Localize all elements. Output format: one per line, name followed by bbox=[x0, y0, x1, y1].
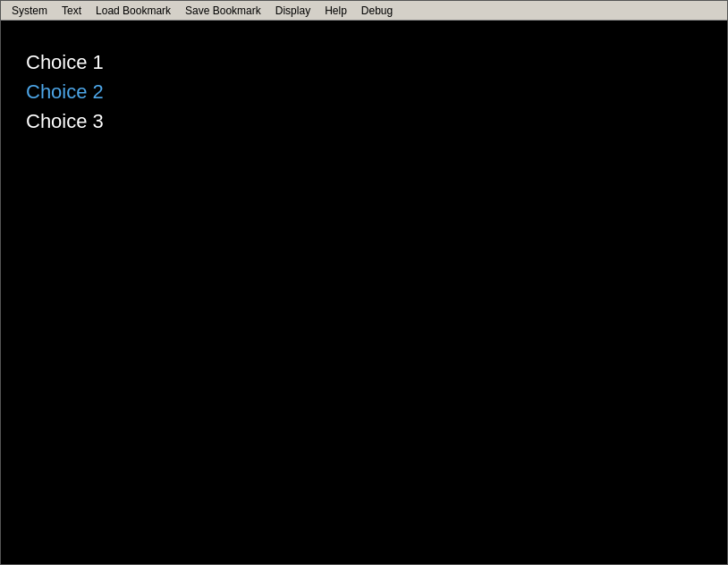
main-content: Choice 1 Choice 2 Choice 3 bbox=[1, 21, 727, 565]
menu-display[interactable]: Display bbox=[268, 3, 317, 19]
choice-2[interactable]: Choice 2 bbox=[26, 77, 727, 106]
choice-3[interactable]: Choice 3 bbox=[26, 106, 727, 136]
menu-debug[interactable]: Debug bbox=[354, 3, 400, 19]
menubar: System Text Load Bookmark Save Bookmark … bbox=[1, 1, 727, 21]
menu-save-bookmark[interactable]: Save Bookmark bbox=[178, 3, 268, 19]
menu-load-bookmark[interactable]: Load Bookmark bbox=[89, 3, 178, 19]
menu-system[interactable]: System bbox=[4, 3, 55, 19]
choice-1[interactable]: Choice 1 bbox=[26, 47, 727, 77]
menu-text[interactable]: Text bbox=[55, 3, 89, 19]
menu-help[interactable]: Help bbox=[317, 3, 354, 19]
